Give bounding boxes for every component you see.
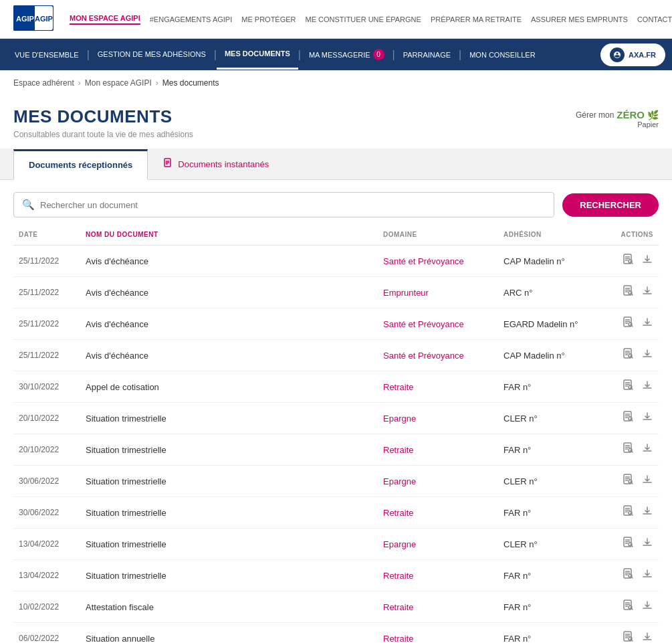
documents-table-container: DATE NOM DU DOCUMENT DOMAINE ADHÉSION AC…	[0, 224, 672, 643]
top-nav-emprunts[interactable]: ASSURER MES EMPRUNTS	[531, 15, 628, 23]
view-document-icon[interactable]	[623, 348, 635, 363]
cell-domaine: Retraite	[378, 623, 498, 644]
cell-domaine: Retraite	[378, 371, 498, 403]
download-document-icon[interactable]	[641, 537, 653, 551]
cell-date: 30/06/2022	[13, 466, 80, 497]
download-document-icon[interactable]	[641, 411, 653, 426]
search-area: 🔍 RECHERCHER	[0, 180, 672, 224]
col-adhesion-header: ADHÉSION	[498, 224, 605, 246]
cell-actions	[605, 403, 659, 434]
view-document-icon[interactable]	[623, 379, 635, 394]
cell-domaine: Epargne	[378, 403, 498, 434]
table-row: 20/10/2022 Situation trimestrielle Eparg…	[13, 403, 659, 434]
top-nav-epargne[interactable]: ME CONSTITUER UNE ÉPARGNE	[306, 15, 421, 23]
search-box[interactable]: 🔍	[13, 192, 554, 217]
cell-domaine: Epargne	[378, 529, 498, 560]
breadcrumb-mon-espace[interactable]: Mon espace AGIPI	[85, 78, 152, 88]
cell-date: 30/06/2022	[13, 497, 80, 529]
axa-fr-button[interactable]: AXA.FR	[600, 43, 665, 66]
cell-domaine: Santé et Prévoyance	[378, 308, 498, 340]
papier-label: Papier	[637, 120, 659, 128]
cell-date: 30/10/2022	[13, 371, 80, 403]
view-document-icon[interactable]	[623, 474, 635, 488]
cell-nom: Situation trimestrielle	[80, 529, 378, 560]
breadcrumb-sep-1: ›	[78, 78, 81, 88]
download-document-icon[interactable]	[641, 348, 653, 363]
top-nav-contact[interactable]: CONTACT	[637, 15, 672, 23]
view-document-icon[interactable]	[623, 285, 635, 300]
view-document-icon[interactable]	[623, 568, 635, 583]
table-row: 20/10/2022 Situation trimestrielle Retra…	[13, 434, 659, 466]
top-nav-retraite[interactable]: PRÉPARER MA RETRAITE	[431, 15, 522, 23]
cell-actions	[605, 529, 659, 560]
table-row: 10/02/2022 Attestation fiscale Retraite …	[13, 591, 659, 623]
view-document-icon[interactable]	[623, 254, 635, 268]
top-nav-engagements[interactable]: #ENGAGEMENTS AGIPI	[150, 15, 232, 23]
tab-documents-instantanes[interactable]: Documents instantanés	[148, 149, 284, 179]
cell-actions	[605, 340, 659, 371]
view-document-icon[interactable]	[623, 316, 635, 331]
cell-date: 25/11/2022	[13, 308, 80, 340]
cell-nom: Situation trimestrielle	[80, 560, 378, 591]
download-document-icon[interactable]	[641, 285, 653, 300]
cell-nom: Situation trimestrielle	[80, 434, 378, 466]
sec-nav-adhesions[interactable]: GESTION DE MES ADHÉSIONS	[90, 39, 214, 70]
cell-adhesion: FAR n°	[498, 591, 605, 623]
download-document-icon[interactable]	[641, 442, 653, 457]
cell-nom: Situation trimestrielle	[80, 403, 378, 434]
sec-nav-vue-ensemble[interactable]: VUE D'ENSEMBLE	[7, 41, 87, 69]
breadcrumb: Espace adhérent › Mon espace AGIPI › Mes…	[0, 70, 672, 96]
download-document-icon[interactable]	[641, 379, 653, 394]
download-document-icon[interactable]	[641, 254, 653, 268]
tabs-container: Documents réceptionnés Documents instant…	[0, 149, 672, 180]
zero-label: ZÉRO	[617, 109, 645, 120]
view-document-icon[interactable]	[623, 411, 635, 426]
col-nom-header: NOM DU DOCUMENT	[80, 224, 378, 246]
sec-nav-conseiller[interactable]: MON CONSEILLER	[461, 41, 543, 69]
cell-actions	[605, 623, 659, 644]
zero-papier-btn[interactable]: Gérer mon ZÉRO 🌿 Papier	[576, 109, 659, 128]
breadcrumb-espace[interactable]: Espace adhérent	[13, 78, 74, 88]
cell-adhesion: EGARD Madelin n°	[498, 308, 605, 340]
cell-domaine: Emprunteur	[378, 277, 498, 308]
table-row: 13/04/2022 Situation trimestrielle Retra…	[13, 560, 659, 591]
messagerie-badge: 0	[373, 49, 384, 60]
top-nav-proteger[interactable]: ME PROTÉGER	[241, 15, 296, 23]
cell-date: 25/11/2022	[13, 277, 80, 308]
cell-domaine: Epargne	[378, 466, 498, 497]
tab-documents-receptionnes[interactable]: Documents réceptionnés	[13, 149, 148, 180]
cell-nom: Situation trimestrielle	[80, 497, 378, 529]
cell-nom: Situation annuelle	[80, 623, 378, 644]
cell-domaine: Retraite	[378, 560, 498, 591]
download-document-icon[interactable]	[641, 505, 653, 520]
cell-date: 10/02/2022	[13, 591, 80, 623]
table-row: 06/02/2022 Situation annuelle Retraite F…	[13, 623, 659, 644]
agipi-logo[interactable]: AGIPI AGIPI	[13, 5, 53, 33]
view-document-icon[interactable]	[623, 600, 635, 614]
cell-actions	[605, 466, 659, 497]
table-row: 25/11/2022 Avis d'échéance Santé et Prév…	[13, 308, 659, 340]
tab-instantanes-label: Documents instantanés	[178, 159, 269, 169]
cell-actions	[605, 277, 659, 308]
view-document-icon[interactable]	[623, 537, 635, 551]
download-document-icon[interactable]	[641, 631, 653, 643]
download-document-icon[interactable]	[641, 600, 653, 614]
download-document-icon[interactable]	[641, 568, 653, 583]
cell-adhesion: ARC n°	[498, 277, 605, 308]
view-document-icon[interactable]	[623, 442, 635, 457]
search-button[interactable]: RECHERCHER	[562, 193, 659, 217]
cell-adhesion: CAP Madelin n°	[498, 340, 605, 371]
download-document-icon[interactable]	[641, 474, 653, 488]
view-document-icon[interactable]	[623, 505, 635, 520]
gerer-label: Gérer mon	[576, 110, 614, 120]
sec-nav-messagerie[interactable]: MA MESSAGERIE 0	[301, 39, 393, 70]
sec-nav-documents[interactable]: MES DOCUMENTS	[217, 39, 298, 70]
download-document-icon[interactable]	[641, 316, 653, 331]
view-document-icon[interactable]	[623, 631, 635, 643]
cell-actions	[605, 246, 659, 277]
cell-actions	[605, 591, 659, 623]
sec-nav-parrainage[interactable]: PARRAINAGE	[395, 41, 459, 69]
search-input[interactable]	[40, 200, 546, 210]
top-nav-mon-espace[interactable]: MON ESPACE AGIPI	[70, 14, 140, 25]
cell-actions	[605, 497, 659, 529]
